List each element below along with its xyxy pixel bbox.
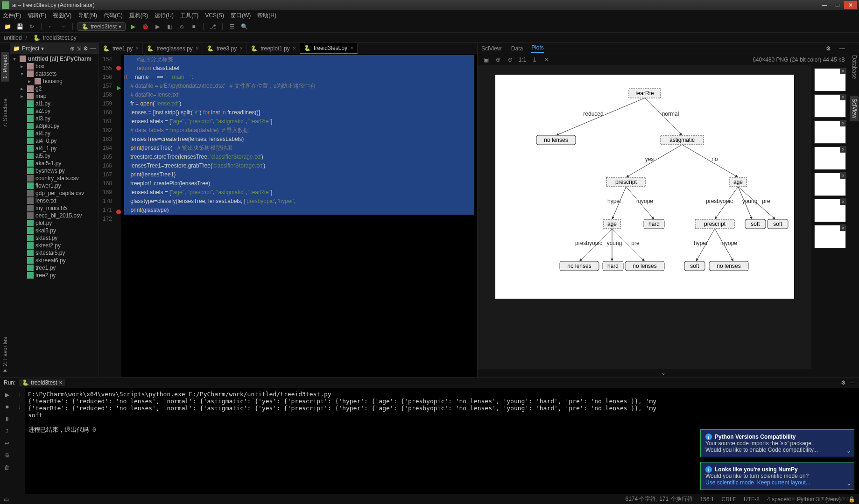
search-icon[interactable]: 🔍 (239, 22, 249, 31)
plot-thumbnail[interactable]: × (814, 173, 846, 196)
minimize-button[interactable]: — (818, 1, 831, 9)
tree-row[interactable]: my_minis.h5 (10, 204, 99, 212)
close-button[interactable]: ✕ (844, 1, 857, 9)
rerun-icon[interactable]: ▶ (3, 391, 11, 399)
close-icon[interactable]: × (840, 146, 846, 153)
close-icon[interactable]: × (59, 379, 62, 386)
tree-row[interactable]: gdp_per_capita.csv (10, 189, 99, 197)
tree-row[interactable]: sktestai5.py (10, 249, 99, 257)
menu-item[interactable]: 重构(R) (129, 12, 148, 20)
expand-icon[interactable]: ⌄ (478, 369, 849, 377)
status-crlf[interactable]: CRLF (722, 496, 736, 503)
tree-row[interactable]: ▸g2 (10, 85, 99, 92)
profile-icon[interactable]: ◧ (165, 22, 174, 31)
notif-link[interactable]: Use scientific mode (705, 479, 754, 486)
stop-icon[interactable]: ■ (189, 22, 198, 31)
project-tree[interactable]: ▾ untitled [ai] E:\PyCharm ▸box▾datasets… (10, 54, 99, 377)
down-icon[interactable]: ↓ (15, 403, 24, 411)
save-icon[interactable]: 💾 (15, 22, 24, 31)
fit-icon[interactable]: ▣ (481, 55, 491, 64)
hide-icon[interactable]: — (850, 379, 855, 386)
sync-icon[interactable]: ↻ (27, 22, 36, 31)
tree-row[interactable]: ▸housing (10, 77, 99, 85)
plot-view[interactable]: reducednormaltearRteno lensesastigmaticy… (478, 65, 811, 369)
close-icon[interactable]: × (840, 120, 846, 126)
tree-row[interactable]: akai5-1.py (10, 160, 99, 167)
tab-plots[interactable]: Plots (531, 44, 544, 53)
close-icon[interactable]: × (840, 172, 846, 179)
tree-row[interactable]: ▸map (10, 92, 99, 100)
close-icon[interactable]: × (293, 45, 296, 52)
tree-row[interactable]: ai4.py (10, 130, 99, 137)
tree-row[interactable]: skai5.py (10, 227, 99, 234)
plot-thumbnail[interactable]: × (814, 68, 846, 91)
restore-icon[interactable]: ⤴ (3, 427, 11, 435)
tree-root[interactable]: ▾ untitled [ai] E:\PyCharm (10, 55, 99, 63)
breakpoint-icon[interactable] (116, 210, 121, 214)
tree-row[interactable]: tree2.py (10, 272, 99, 279)
plot-thumbnail[interactable]: × (814, 225, 846, 248)
run-marker-icon[interactable]: ▶ (116, 84, 121, 92)
expand-icon[interactable]: ▸ (21, 93, 25, 99)
breakpoint-gutter[interactable]: ▶ (116, 54, 121, 377)
expand-icon[interactable]: ▾ (21, 70, 25, 77)
tab-data[interactable]: Data (511, 45, 523, 52)
tree-row[interactable]: ai2.py (10, 107, 99, 115)
menu-item[interactable]: 运行(U) (155, 12, 174, 20)
menu-item[interactable]: 帮助(H) (257, 12, 276, 20)
tree-row[interactable]: ai1.py (10, 100, 99, 107)
tree-row[interactable]: flower1.py (10, 182, 99, 189)
notification-compat[interactable]: iPython Versions Compatibility Your sour… (700, 429, 854, 457)
close-icon[interactable]: × (239, 45, 243, 52)
close-icon[interactable]: × (196, 45, 199, 52)
tree-row[interactable]: ai4_1.py (10, 145, 99, 152)
menu-item[interactable]: 编辑(E) (28, 12, 46, 20)
close-icon[interactable]: × (350, 45, 353, 51)
open-icon[interactable]: 📁 (3, 22, 12, 31)
notif-link[interactable]: Keep current layout... (757, 479, 810, 486)
zoom-in-icon[interactable]: ⊕ (493, 55, 503, 64)
editor-tab[interactable]: 🐍treeid3test.py× (300, 43, 358, 54)
actual-size-icon[interactable]: 1:1 (518, 55, 527, 64)
forward-icon[interactable]: → (58, 22, 68, 31)
close-icon[interactable]: × (840, 68, 846, 74)
maximize-button[interactable]: □ (831, 1, 844, 9)
tree-row[interactable]: lense.txt (10, 197, 99, 204)
tree-row[interactable]: sktest2.py (10, 242, 99, 249)
editor-tab[interactable]: 🐍treeglasses.py× (143, 43, 203, 54)
status-pos[interactable]: 156:1 (700, 496, 714, 503)
expand-icon[interactable]: ▸ (28, 78, 33, 84)
menu-item[interactable]: VCS(S) (205, 12, 224, 19)
menu-item[interactable]: 代码(C) (104, 12, 123, 20)
soft-wrap-icon[interactable]: ↩ (3, 439, 11, 448)
chevron-down-icon[interactable]: ⌄ (846, 448, 851, 454)
close-icon[interactable]: × (840, 198, 846, 205)
attach-icon[interactable]: ⎋ (177, 22, 186, 31)
tree-row[interactable]: sktest.py (10, 234, 99, 242)
tree-row[interactable]: ▸box (10, 63, 99, 70)
tree-row[interactable]: bysnews.py (10, 167, 99, 175)
close-all-icon[interactable]: ✕ (542, 55, 551, 64)
tree-row[interactable]: ai4_0.py (10, 137, 99, 145)
status-encoding[interactable]: UTF-8 (744, 496, 760, 503)
pause-icon[interactable]: ⏸ (3, 415, 11, 423)
up-icon[interactable]: ↑ (15, 391, 24, 399)
close-icon[interactable]: × (840, 224, 846, 231)
gear-icon[interactable]: ⚙ (826, 45, 831, 52)
project-toolwindow-tab[interactable]: 1: Project (1, 52, 9, 82)
coverage-icon[interactable]: ▶ (153, 22, 162, 31)
code-body[interactable]: #返回分类标签 return classLabelif __name__ == … (121, 54, 477, 377)
menu-item[interactable]: 视图(V) (53, 12, 71, 20)
debug-icon[interactable]: 🐞 (141, 22, 150, 31)
expand-icon[interactable]: ▾ (13, 56, 18, 62)
gear-icon[interactable]: ⚙ (83, 45, 88, 52)
tree-row[interactable]: country_stats.csv (10, 175, 99, 182)
tree-row[interactable]: plot.py (10, 219, 99, 227)
hide-icon[interactable]: — (839, 45, 845, 52)
plot-thumbnail[interactable]: × (814, 199, 846, 222)
structure-icon[interactable]: ☰ (227, 22, 237, 31)
zoom-out-icon[interactable]: ⊖ (506, 55, 515, 64)
editor-tab[interactable]: 🐍treeplot1.py× (247, 43, 300, 54)
plot-thumbnail[interactable]: × (814, 120, 846, 144)
back-icon[interactable]: ← (46, 22, 56, 31)
